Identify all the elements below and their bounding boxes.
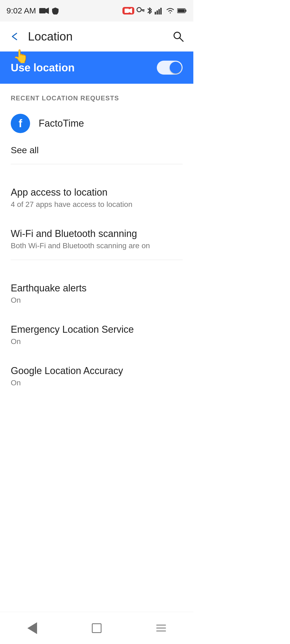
- page-title: Location: [28, 30, 73, 43]
- earthquake-alerts-subtitle: On: [11, 296, 183, 305]
- shield-icon: [51, 7, 60, 14]
- status-bar: 9:02 AM: [0, 0, 193, 21]
- svg-rect-0: [39, 8, 46, 13]
- status-icons-left: [39, 7, 60, 14]
- svg-rect-5: [141, 9, 144, 10]
- nav-bar: [0, 612, 193, 644]
- nav-home-icon: [92, 623, 102, 633]
- svg-rect-10: [158, 9, 160, 14]
- recent-requests-header: RECENT LOCATION REQUESTS: [0, 84, 193, 107]
- app-access-subtitle: 4 of 27 apps have access to location: [11, 200, 183, 209]
- svg-rect-11: [160, 8, 162, 14]
- factotime-icon-letter: f: [19, 118, 22, 130]
- factotime-item[interactable]: f FactoTime: [0, 107, 193, 140]
- nav-home-button[interactable]: [81, 617, 113, 639]
- app-bar-left: Location: [6, 28, 73, 45]
- app-bar-wrapper: Location 👆: [0, 21, 193, 52]
- earthquake-alerts-item[interactable]: Earthquake alerts On: [0, 273, 193, 314]
- nav-menu-line-1: [156, 625, 166, 625]
- use-location-label: Use location: [11, 62, 75, 74]
- svg-rect-8: [155, 12, 156, 14]
- factotime-icon: f: [11, 114, 30, 133]
- svg-marker-3: [129, 8, 132, 13]
- app-access-item[interactable]: App access to location 4 of 27 apps have…: [0, 177, 193, 218]
- nav-menu-button[interactable]: [145, 617, 177, 639]
- status-left: 9:02 AM: [6, 6, 60, 15]
- content-area: Use location RECENT LOCATION REQUESTS f …: [0, 52, 193, 434]
- back-button[interactable]: [6, 28, 24, 45]
- spacer-2: [0, 260, 193, 273]
- toggle-knob: [170, 62, 182, 74]
- earthquake-alerts-title: Earthquake alerts: [11, 283, 183, 294]
- nav-menu-line-2: [156, 628, 166, 628]
- svg-marker-1: [46, 8, 49, 14]
- svg-rect-14: [178, 9, 185, 12]
- nav-menu-icon: [156, 625, 166, 631]
- svg-rect-6: [143, 10, 144, 12]
- svg-rect-9: [157, 10, 158, 14]
- svg-rect-13: [185, 10, 186, 12]
- nav-menu-line-3: [156, 631, 166, 631]
- svg-rect-2: [125, 9, 129, 13]
- google-location-item[interactable]: Google Location Accuracy On: [0, 356, 193, 397]
- record-icon: [122, 7, 134, 14]
- emergency-location-title: Emergency Location Service: [11, 324, 183, 335]
- signal-icon: [155, 7, 163, 14]
- use-location-toggle[interactable]: [157, 61, 183, 75]
- nav-back-button[interactable]: [16, 617, 48, 639]
- nav-back-icon: [27, 622, 37, 634]
- emergency-location-subtitle: On: [11, 337, 183, 346]
- battery-icon: [177, 8, 187, 13]
- spacer-1: [0, 164, 193, 177]
- video-camera-icon: [39, 7, 49, 14]
- wifi-bluetooth-title: Wi-Fi and Bluetooth scanning: [11, 228, 183, 239]
- status-time: 9:02 AM: [6, 6, 36, 15]
- app-bar: Location: [0, 21, 193, 52]
- back-arrow-icon: [10, 31, 20, 42]
- search-icon: [172, 31, 184, 42]
- use-location-banner[interactable]: Use location: [0, 52, 193, 84]
- status-icons-right: [122, 6, 187, 15]
- wifi-bluetooth-subtitle: Both Wi-Fi and Bluetooth scanning are on: [11, 241, 183, 250]
- svg-rect-7: [142, 10, 143, 11]
- google-location-subtitle: On: [11, 379, 183, 387]
- emergency-location-item[interactable]: Emergency Location Service On: [0, 314, 193, 356]
- bluetooth-icon: [147, 6, 153, 15]
- see-all-button[interactable]: See all: [0, 140, 193, 164]
- factotime-name: FactoTime: [39, 118, 84, 129]
- svg-line-16: [180, 38, 183, 41]
- wifi-bluetooth-item[interactable]: Wi-Fi and Bluetooth scanning Both Wi-Fi …: [0, 218, 193, 260]
- key-icon: [136, 7, 144, 14]
- search-button[interactable]: [170, 28, 187, 45]
- svg-point-4: [137, 8, 141, 12]
- google-location-title: Google Location Accuracy: [11, 365, 183, 376]
- app-access-title: App access to location: [11, 187, 183, 198]
- wifi-icon: [165, 7, 175, 14]
